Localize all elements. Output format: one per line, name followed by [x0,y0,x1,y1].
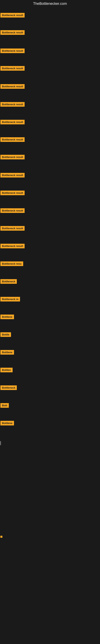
bottleneck-item[interactable]: Bottleneck re [0,297,20,302]
bottleneck-item[interactable]: Bottleneck result [0,190,25,196]
bottleneck-item[interactable]: Bottlene [0,350,14,356]
bottleneck-badge: Bottleneck result [0,66,25,71]
bottleneck-item[interactable]: Bottleneck result [0,244,25,249]
bottleneck-badge: Bottleneck result [0,190,25,195]
bottleneck-item[interactable]: Bottlene [0,421,14,426]
bottleneck-item[interactable]: Bottleneck result [0,66,25,72]
bottleneck-item[interactable]: Bottleneck result [0,137,25,143]
bottleneck-badge: Bottleneck result [0,30,25,35]
bottleneck-item[interactable]: Bottle [0,332,11,338]
bottleneck-badge: Bottleneck result [0,244,25,248]
site-title: TheBottlenecker.com [0,0,100,8]
bottleneck-badge: Bottleneck result [0,84,25,89]
bottleneck-item[interactable]: Bottleneck result [0,84,25,90]
bottleneck-badge: Bottlene [0,314,14,319]
bottleneck-item[interactable]: Bottleneck result [0,208,25,214]
bottleneck-badge: Bottlen [0,368,13,372]
bottleneck-item[interactable]: Bottlene [0,314,14,320]
bottleneck-badge: Bottleneck result [0,208,25,213]
bottleneck-badge: Bottleneck [0,279,17,284]
bottleneck-badge: Bottle [0,332,11,337]
bottleneck-item[interactable]: Bottleneck result [0,13,25,18]
bottleneck-badge: Bottlene [0,350,14,354]
bottleneck-item[interactable]: Bottleneck result [0,120,25,125]
bottleneck-item[interactable]: Bottleneck result [0,155,25,160]
bottleneck-item[interactable]: Bott [0,403,9,408]
bottleneck-badge: Bottleneck result [0,226,25,231]
small-indicator [0,536,2,538]
bottleneck-badge: Bottlene [0,421,14,426]
bottleneck-item[interactable]: Bottleneck result [0,102,25,108]
bottleneck-badge: Bottleneck result [0,13,25,18]
bottleneck-item[interactable]: Bottleneck result [0,48,25,54]
bottleneck-item[interactable]: Bottleneck resu [0,262,23,267]
bottleneck-badge: Bottleneck result [0,137,25,142]
bottleneck-badge: Bottleneck [0,386,17,390]
bottleneck-item[interactable]: Bottlen [0,368,13,373]
bottleneck-item[interactable]: Bottleneck result [0,226,25,232]
bottleneck-badge: Bottleneck result [0,155,25,160]
bottleneck-badge: Bott [0,403,9,408]
bottleneck-badge: Bottleneck resu [0,262,23,266]
bottleneck-item[interactable]: Bottleneck result [0,30,25,36]
cursor-line [0,441,1,445]
bottleneck-item[interactable]: Bottleneck result [0,173,25,178]
bottleneck-badge: Bottleneck result [0,48,25,53]
bottleneck-item[interactable]: Bottleneck [0,386,17,391]
bottleneck-badge: Bottleneck result [0,173,25,178]
bottleneck-badge: Bottleneck re [0,297,20,302]
bottleneck-badge: Bottleneck result [0,120,25,124]
bottleneck-badge: Bottleneck result [0,102,25,107]
bottleneck-item[interactable]: Bottleneck [0,279,17,284]
items-container: Bottleneck resultBottleneck resultBottle… [0,8,100,644]
